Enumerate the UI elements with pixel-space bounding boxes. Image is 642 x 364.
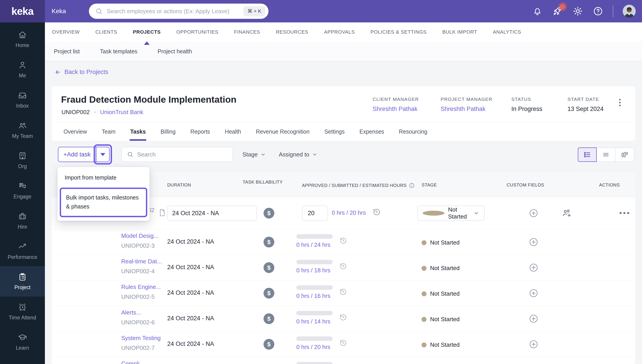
meta-value[interactable]: Shreshth Pathak xyxy=(441,106,493,112)
sidebar-item-engage[interactable]: Engage xyxy=(0,176,45,206)
tab-resources[interactable]: RESOURCES xyxy=(276,22,308,42)
file-icon[interactable] xyxy=(159,209,165,216)
project-tab-billing[interactable]: Billing xyxy=(153,122,183,141)
client-name-link[interactable]: UnionTrust Bank xyxy=(100,109,143,116)
row-actions-icon[interactable] xyxy=(619,212,629,214)
sidebar-item-home[interactable]: Home xyxy=(0,24,45,54)
task-name-link[interactable]: Real-time Dat... xyxy=(121,258,162,265)
task-name-link[interactable]: Compli... xyxy=(121,360,144,364)
project-tab-team[interactable]: Team xyxy=(94,122,123,141)
tab-approvals[interactable]: APPROVALS xyxy=(324,22,355,42)
filter-assigned-to[interactable]: Assigned to xyxy=(279,151,317,158)
task-name-link[interactable]: Model Desig... xyxy=(121,232,158,240)
billable-badge: $ xyxy=(264,208,274,218)
tab-clients[interactable]: CLIENTS xyxy=(95,22,117,42)
hours-progress-bar xyxy=(296,336,333,341)
notifications-bell-icon[interactable] xyxy=(532,6,543,16)
approved-hours-input[interactable] xyxy=(302,206,328,221)
back-to-projects-link[interactable]: Back to Projects xyxy=(55,68,108,76)
project-tab-resourcing[interactable]: Resourcing xyxy=(391,122,435,141)
sidebar-item-performance[interactable]: Performance xyxy=(0,236,45,266)
hours-link[interactable]: 0 hrs / 14 hrs xyxy=(296,318,330,325)
stage-select[interactable]: Not Started xyxy=(417,206,485,221)
sidebar-item-label: Learn xyxy=(16,345,29,351)
add-custom-field-icon[interactable] xyxy=(529,208,538,218)
project-tab-settings[interactable]: Settings xyxy=(317,122,352,141)
subnav-task-templates[interactable]: Task templates xyxy=(100,48,137,55)
tab-policies-settings[interactable]: POLICIES & SETTINGS xyxy=(370,22,426,42)
meta-value[interactable]: Shreshth Pathak xyxy=(373,106,419,112)
task-duration: 24 Oct 2024 - NA xyxy=(167,238,214,245)
add-custom-field-icon[interactable] xyxy=(529,288,538,298)
history-icon[interactable] xyxy=(373,208,381,216)
sidebar-item-inbox[interactable]: Inbox xyxy=(0,85,45,115)
add-custom-field-icon[interactable] xyxy=(529,314,538,324)
history-icon[interactable] xyxy=(339,288,347,296)
project-tab-tasks[interactable]: Tasks xyxy=(123,122,153,141)
history-icon[interactable] xyxy=(339,262,347,270)
user-avatar[interactable] xyxy=(623,5,636,18)
list-view-toggle[interactable] xyxy=(578,148,597,162)
whats-new-rocket-icon[interactable] xyxy=(552,6,563,16)
menu-item-bulk-import-tasks-milestones-phases[interactable]: Bulk import tasks, milestones & phases xyxy=(60,188,147,217)
settings-gear-icon[interactable] xyxy=(572,6,583,16)
tab-opportunities[interactable]: OPPORTUNITIES xyxy=(176,22,218,42)
project-tab-overview[interactable]: Overview xyxy=(56,122,94,141)
sidebar-item-label: Project xyxy=(14,284,31,290)
view-toggles xyxy=(578,148,634,162)
add-custom-field-icon[interactable] xyxy=(529,237,538,247)
history-icon[interactable] xyxy=(339,339,347,347)
col-custom-fields: CUSTOM FIELDS xyxy=(507,182,544,188)
sidebar-item-my-team[interactable]: My Team xyxy=(0,115,45,145)
task-search-input[interactable] xyxy=(137,151,228,158)
tab-analytics[interactable]: ANALYTICS xyxy=(493,22,521,42)
add-task-caret-button[interactable] xyxy=(96,147,110,162)
history-icon[interactable] xyxy=(339,314,347,321)
project-tab-expenses[interactable]: Expenses xyxy=(352,122,391,141)
filter-stage[interactable]: Stage xyxy=(243,151,266,158)
task-name-link[interactable]: Rules Engine... xyxy=(121,284,161,290)
help-icon[interactable] xyxy=(593,6,603,16)
duration-date-input[interactable] xyxy=(167,206,257,221)
project-tab-reports[interactable]: Reports xyxy=(183,122,218,141)
tab-finances[interactable]: FINANCES xyxy=(234,22,260,42)
sidebar-item-project[interactable]: Project xyxy=(0,266,45,296)
add-task-button[interactable]: +Add task xyxy=(58,147,96,162)
subnav-project-list[interactable]: Project list xyxy=(54,48,80,55)
hours-progress-bar xyxy=(296,234,333,239)
project-tab-revenue-recognition[interactable]: Revenue Recognition xyxy=(249,122,317,141)
subnav-project-health[interactable]: Project health xyxy=(158,48,192,55)
global-search[interactable]: ⌘ + K xyxy=(89,4,269,19)
tab-projects[interactable]: PROJECTS xyxy=(133,22,160,42)
add-custom-field-icon[interactable] xyxy=(529,263,538,272)
sidebar-item-hire[interactable]: Hire xyxy=(0,206,45,236)
sidebar-item-org[interactable]: Org xyxy=(0,145,45,176)
sidebar-item-time-attend[interactable]: Time Attend xyxy=(0,296,45,327)
duration-value[interactable] xyxy=(172,210,252,217)
global-search-input[interactable] xyxy=(107,8,239,15)
task-id: UNIOP002-7 xyxy=(121,344,155,352)
keka-logo[interactable]: keka xyxy=(0,0,45,22)
project-tab-health[interactable]: Health xyxy=(218,122,249,141)
tab-bulk-import[interactable]: BULK IMPORT xyxy=(442,22,477,42)
hours-link[interactable]: 0 hrs / 20 hrs xyxy=(296,344,330,350)
task-search[interactable] xyxy=(121,147,233,162)
sidebar-item-me[interactable]: Me xyxy=(0,54,45,85)
compact-view-toggle[interactable] xyxy=(597,148,615,162)
kanban-view-toggle[interactable] xyxy=(615,148,634,162)
hours-link[interactable]: 0 hrs / 18 hrs xyxy=(296,267,330,274)
task-name-link[interactable]: Alerts... xyxy=(121,309,141,316)
hours-link[interactable]: 0 hrs / 16 hrs xyxy=(296,292,330,300)
history-icon[interactable] xyxy=(339,237,347,244)
hours-link[interactable]: 0 hrs / 24 hrs xyxy=(296,242,330,248)
menu-item-import-from-template[interactable]: Import from template xyxy=(58,167,149,184)
rows-view-icon xyxy=(602,150,610,159)
tab-overview[interactable]: OVERVIEW xyxy=(52,22,80,42)
project-more-menu-icon[interactable] xyxy=(618,98,621,107)
sidebar-item-learn[interactable]: Learn xyxy=(0,327,45,357)
hours-link[interactable]: 0 hrs / 20 hrs xyxy=(332,209,366,216)
add-custom-field-icon[interactable] xyxy=(529,340,538,349)
assign-people-icon[interactable] xyxy=(562,208,572,218)
info-icon[interactable] xyxy=(409,182,415,188)
task-name-link[interactable]: System Testing xyxy=(121,335,161,342)
